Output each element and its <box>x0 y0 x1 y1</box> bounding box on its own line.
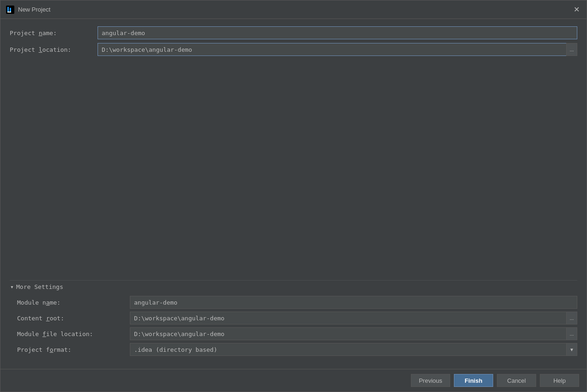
title-bar: New Project ✕ <box>0 0 587 19</box>
project-location-row: Project location: ... <box>10 43 577 56</box>
module-name-input-wrapper <box>130 296 577 309</box>
project-format-select[interactable]: .idea (directory based) .ipr (file based… <box>130 343 577 356</box>
project-location-field-group: ... <box>98 43 577 56</box>
more-settings-label: More Settings <box>16 283 63 290</box>
module-file-location-input-wrapper: ... <box>130 327 577 340</box>
content-root-browse-button[interactable]: ... <box>566 312 577 325</box>
more-settings-section: ▾ More Settings Module name: Content r <box>10 280 577 361</box>
project-location-browse-button[interactable]: ... <box>566 43 577 56</box>
module-name-row: Module name: <box>10 296 577 309</box>
new-project-dialog: New Project ✕ Project name: Project loca… <box>0 0 587 392</box>
module-name-label: Module name: <box>10 299 130 306</box>
settings-rows: Module name: Content root: ... <box>10 293 577 361</box>
module-file-location-row: Module file location: ... <box>10 327 577 340</box>
project-name-row: Project name: <box>10 26 577 39</box>
project-format-label: Project format: <box>10 346 130 353</box>
project-format-select-wrapper: .idea (directory based) .ipr (file based… <box>130 343 577 356</box>
dialog-footer: Previous Finish Cancel Help <box>0 369 587 392</box>
project-location-label: Project location: <box>10 46 98 53</box>
svg-rect-1 <box>7 12 11 12</box>
more-settings-header[interactable]: ▾ More Settings <box>10 280 577 293</box>
project-format-input-wrapper: .idea (directory based) .ipr (file based… <box>130 343 577 356</box>
module-file-location-field-group: ... <box>130 327 577 340</box>
dialog-content: Project name: Project location: ... ▾ M <box>0 19 587 369</box>
project-location-input[interactable] <box>98 43 566 56</box>
module-file-location-input[interactable] <box>130 327 566 340</box>
dialog-title: New Project <box>18 6 50 13</box>
content-root-label: Content root: <box>10 315 130 322</box>
module-file-location-label: Module file location: <box>10 331 130 337</box>
svg-rect-3 <box>10 8 11 12</box>
previous-button[interactable]: Previous <box>411 374 450 387</box>
content-root-input-wrapper: ... <box>130 312 577 325</box>
finish-button[interactable]: Finish <box>454 374 493 387</box>
project-format-row: Project format: .idea (directory based) … <box>10 343 577 356</box>
project-name-label: Project name: <box>10 30 98 37</box>
content-root-field-group: ... <box>130 312 577 325</box>
module-name-input[interactable] <box>130 296 577 309</box>
help-button[interactable]: Help <box>540 374 579 387</box>
cancel-button[interactable]: Cancel <box>497 374 536 387</box>
close-button[interactable]: ✕ <box>572 5 581 14</box>
project-name-input-wrapper <box>98 26 577 39</box>
svg-rect-2 <box>7 7 9 12</box>
intellij-icon <box>6 6 14 14</box>
content-root-input[interactable] <box>130 312 566 325</box>
project-name-input[interactable] <box>98 26 577 39</box>
title-bar-left: New Project <box>6 6 50 14</box>
content-root-row: Content root: ... <box>10 312 577 325</box>
expand-triangle-icon: ▾ <box>10 285 14 289</box>
project-location-input-wrapper: ... <box>98 43 577 56</box>
module-file-location-browse-button[interactable]: ... <box>566 327 577 340</box>
